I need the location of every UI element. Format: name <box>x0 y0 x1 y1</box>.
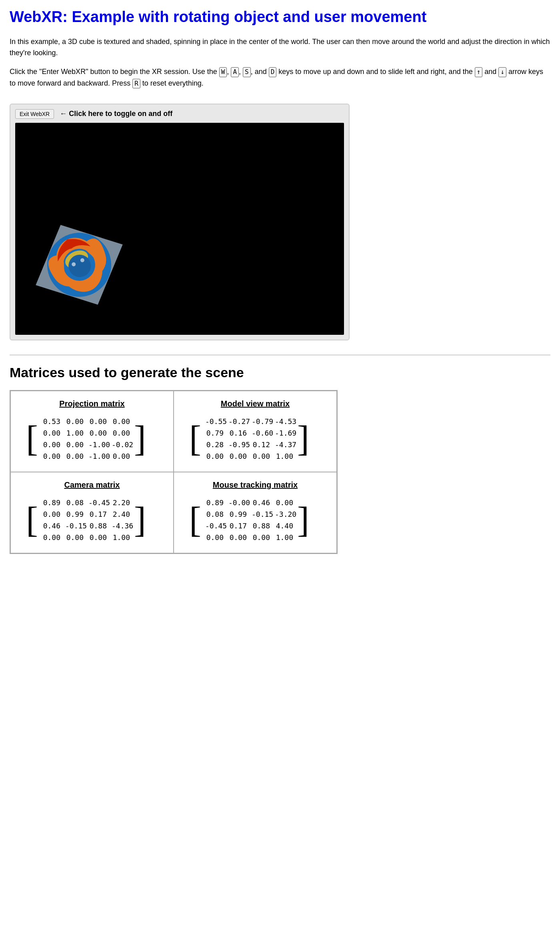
val: 2.40 <box>109 508 132 520</box>
table-row: 0.00 0.00 -1.00 0.00 <box>40 450 132 462</box>
val: 0.00 <box>203 532 226 543</box>
model-view-matrix-title: Model view matrix <box>185 399 325 408</box>
table-row: 0.89 -0.00 0.46 0.00 <box>203 497 296 508</box>
mouse-tracking-matrix-title: Mouse tracking matrix <box>185 480 325 490</box>
table-row: 0.00 0.00 -1.00 -0.02 <box>40 439 132 450</box>
val: 0.00 <box>40 427 63 439</box>
val: -0.79 <box>249 416 272 427</box>
table-row: 0.53 0.00 0.00 0.00 <box>40 416 132 427</box>
table-row: 0.79 0.16 -0.60 -1.69 <box>203 427 296 439</box>
val: -0.55 <box>203 416 226 427</box>
table-row: 0.00 1.00 0.00 0.00 <box>40 427 132 439</box>
val: 0.00 <box>86 532 109 543</box>
model-view-matrix-data: -0.55 -0.27 -0.79 -4.53 0.79 0.16 -0.60 … <box>203 416 296 462</box>
val: 0.46 <box>40 520 63 532</box>
val: 0.00 <box>109 450 132 462</box>
val: 0.00 <box>40 508 63 520</box>
mouse-tracking-bracket-left: [ <box>189 502 201 538</box>
val: 0.17 <box>86 508 109 520</box>
camera-bracket-left: [ <box>26 502 38 538</box>
val: 1.00 <box>109 532 132 543</box>
matrices-grid: Projection matrix [ 0.53 0.00 0.00 0.00 … <box>10 390 338 554</box>
val: 0.88 <box>249 520 272 532</box>
val: 0.53 <box>40 416 63 427</box>
val: 0.12 <box>249 439 272 450</box>
val: -0.02 <box>109 439 132 450</box>
val: 0.79 <box>203 427 226 439</box>
val: 0.00 <box>249 450 272 462</box>
mouse-tracking-matrix-cell: Mouse tracking matrix [ 0.89 -0.00 0.46 … <box>174 472 337 553</box>
key-up: ↑ <box>475 67 483 77</box>
key-a: A <box>231 67 239 77</box>
val: 0.99 <box>63 508 86 520</box>
projection-bracket-left: [ <box>26 421 38 457</box>
val: 0.46 <box>249 497 272 508</box>
val: 0.00 <box>40 532 63 543</box>
mouse-tracking-bracket-right: ] <box>297 502 309 538</box>
val: -1.69 <box>272 427 296 439</box>
projection-bracket-right: ] <box>134 421 146 457</box>
page-title: WebXR: Example with rotating object and … <box>10 8 550 26</box>
val: -4.36 <box>109 520 132 532</box>
webxr-container: Exit WebXR ← Click here to toggle on and… <box>10 104 350 340</box>
val: -0.95 <box>226 439 249 450</box>
val: 0.00 <box>63 439 86 450</box>
val: -1.00 <box>86 450 109 462</box>
projection-matrix-cell: Projection matrix [ 0.53 0.00 0.00 0.00 … <box>10 391 174 472</box>
key-s: S <box>243 67 251 77</box>
matrices-section-title: Matrices used to generate the scene <box>10 365 550 380</box>
val: 0.00 <box>226 450 249 462</box>
val: 4.40 <box>272 520 296 532</box>
val: -3.20 <box>272 508 296 520</box>
val: -0.27 <box>226 416 249 427</box>
val: 0.08 <box>63 497 86 508</box>
val: 0.17 <box>226 520 249 532</box>
val: 0.28 <box>203 439 226 450</box>
val: 0.00 <box>109 416 132 427</box>
val: 0.88 <box>86 520 109 532</box>
val: 0.08 <box>203 508 226 520</box>
intro-paragraph-2: Click the "Enter WebXR" button to begin … <box>10 66 550 89</box>
val: 0.00 <box>86 427 109 439</box>
key-w: W <box>219 67 227 77</box>
val: 1.00 <box>272 450 296 462</box>
val: 0.00 <box>226 532 249 543</box>
table-row: 0.28 -0.95 0.12 -4.37 <box>203 439 296 450</box>
val: -0.45 <box>203 520 226 532</box>
val: 0.00 <box>63 450 86 462</box>
val: -1.00 <box>86 439 109 450</box>
model-view-matrix-cell: Model view matrix [ -0.55 -0.27 -0.79 -4… <box>174 391 337 472</box>
val: 0.00 <box>109 427 132 439</box>
val: 0.00 <box>272 497 296 508</box>
val: -0.60 <box>249 427 272 439</box>
val: 0.89 <box>203 497 226 508</box>
key-down: ↓ <box>498 67 506 77</box>
val: 0.00 <box>86 416 109 427</box>
table-row: -0.45 0.17 0.88 4.40 <box>203 520 296 532</box>
firefox-logo <box>27 219 131 311</box>
table-row: 0.89 0.08 -0.45 2.20 <box>40 497 132 508</box>
model-view-bracket-right: ] <box>297 421 309 457</box>
model-view-matrix-wrapper: [ -0.55 -0.27 -0.79 -4.53 0.79 0.16 -0.6… <box>185 416 325 462</box>
camera-matrix-data: 0.89 0.08 -0.45 2.20 0.00 0.99 0.17 2.40… <box>40 497 132 543</box>
exit-webxr-button[interactable]: Exit WebXR <box>15 109 54 119</box>
intro-paragraph-1: In this example, a 3D cube is textured a… <box>10 36 550 59</box>
val: 0.16 <box>226 427 249 439</box>
webxr-canvas <box>15 123 344 335</box>
val: 0.00 <box>203 450 226 462</box>
webxr-top-bar: Exit WebXR ← Click here to toggle on and… <box>15 109 344 119</box>
key-d: D <box>269 67 277 77</box>
val: 0.00 <box>40 450 63 462</box>
toggle-label: ← Click here to toggle on and off <box>60 110 172 118</box>
val: -0.15 <box>249 508 272 520</box>
val: -4.53 <box>272 416 296 427</box>
val: 2.20 <box>109 497 132 508</box>
val: 1.00 <box>63 427 86 439</box>
table-row: -0.55 -0.27 -0.79 -4.53 <box>203 416 296 427</box>
val: 0.00 <box>249 532 272 543</box>
table-row: 0.00 0.00 0.00 1.00 <box>40 532 132 543</box>
projection-matrix-wrapper: [ 0.53 0.00 0.00 0.00 0.00 1.00 0.00 0.0… <box>22 416 162 462</box>
camera-matrix-wrapper: [ 0.89 0.08 -0.45 2.20 0.00 0.99 0.17 2.… <box>22 497 162 543</box>
section-divider <box>10 355 550 355</box>
table-row: 0.08 0.99 -0.15 -3.20 <box>203 508 296 520</box>
